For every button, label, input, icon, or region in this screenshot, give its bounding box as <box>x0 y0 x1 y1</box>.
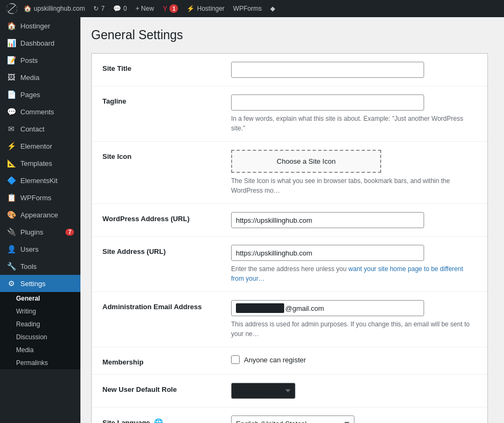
wpforms-nav-icon: 📋 <box>6 193 16 202</box>
main-content: General Settings Site Title Tagline In a… <box>80 17 504 423</box>
admin-bar: 🏠 upskillinghub.com ↻ 7 💬 0 + New Y 1 ⚡ … <box>0 0 504 17</box>
admin-bar-updates[interactable]: ↻ 7 <box>89 0 109 17</box>
site-icon: 🏠 <box>24 5 32 12</box>
submenu-media[interactable]: Media <box>0 344 80 356</box>
tagline-hint: In a few words, explain what this site i… <box>231 114 477 133</box>
media-icon: 🖼 <box>6 73 16 82</box>
sidebar-item-plugins[interactable]: 🔌 Plugins 7 <box>0 223 80 240</box>
comments-nav-icon: 💬 <box>6 107 16 116</box>
site-language-select[interactable]: English (United States) <box>231 415 354 423</box>
admin-bar-yoast[interactable]: Y 1 <box>158 0 182 17</box>
sidebar-item-elementskit[interactable]: 🔷 ElementsKit <box>0 172 80 189</box>
hostinger-nav-icon: 🏠 <box>6 21 16 30</box>
admin-email-control: @gmail.com This address is used for admi… <box>231 300 477 339</box>
site-title-input[interactable] <box>231 62 424 78</box>
sidebar-item-settings[interactable]: ⚙ Settings <box>0 275 80 292</box>
sidebar-item-contact[interactable]: ✉ Contact <box>0 120 80 137</box>
sidebar-item-hostinger[interactable]: 🏠 Hostinger <box>0 17 80 34</box>
sidebar-item-users[interactable]: 👤 Users <box>0 240 80 258</box>
contact-icon: ✉ <box>6 125 16 133</box>
page-title: General Settings <box>91 28 488 42</box>
appearance-icon: 🎨 <box>6 210 16 219</box>
site-title-label: Site Title <box>102 62 220 72</box>
submenu-general[interactable]: General <box>0 292 80 305</box>
site-icon-label: Site Icon <box>102 150 220 161</box>
admin-bar-site[interactable]: 🏠 upskillinghub.com <box>19 0 89 17</box>
sidebar-item-dashboard[interactable]: 📊 Dashboard <box>0 34 80 52</box>
admin-email-input-wrapper[interactable]: @gmail.com <box>231 300 424 316</box>
sidebar-item-posts[interactable]: 📝 Posts <box>0 52 80 69</box>
tools-icon: 🔧 <box>6 262 16 271</box>
admin-email-label: Administration Email Address <box>102 300 220 311</box>
site-address-hint: Enter the same address here unless you w… <box>231 264 477 283</box>
site-title-row: Site Title <box>92 54 487 86</box>
wp-address-control <box>231 212 477 228</box>
membership-row: Membership Anyone can register <box>92 347 487 375</box>
admin-bar-wpforms[interactable]: WPForms <box>229 0 266 17</box>
sidebar-item-elementor[interactable]: ⚡ Elementor <box>0 137 80 155</box>
sidebar-item-wpforms[interactable]: 📋 WPForms <box>0 189 80 206</box>
settings-form: Site Title Tagline In a few words, expla… <box>91 53 488 423</box>
sidebar-item-comments[interactable]: 💬 Comments <box>0 103 80 120</box>
layout: 🏠 Hostinger 📊 Dashboard 📝 Posts 🖼 Media … <box>0 17 504 423</box>
elementor-icon: ⚡ <box>6 142 16 150</box>
tagline-control: In a few words, explain what this site i… <box>231 94 477 133</box>
admin-bar-hostinger[interactable]: ⚡ Hostinger <box>182 0 228 17</box>
sidebar-item-pages[interactable]: 📄 Pages <box>0 86 80 103</box>
default-role-label: New User Default Role <box>102 383 220 393</box>
tagline-input[interactable] <box>231 94 424 111</box>
sidebar-item-appearance[interactable]: 🎨 Appearance <box>0 206 80 223</box>
pages-icon: 📄 <box>6 90 16 99</box>
site-language-label: Site Language 🌐 <box>102 415 220 423</box>
default-role-select[interactable]: Subscriber <box>231 383 295 399</box>
choose-site-icon-button[interactable]: Choose a Site Icon <box>231 150 381 173</box>
submenu-permalinks[interactable]: Permalinks <box>0 356 80 369</box>
site-language-icon: 🌐 <box>154 418 163 423</box>
site-address-control: Enter the same address here unless you w… <box>231 245 477 283</box>
default-role-control: Subscriber <box>231 383 477 399</box>
admin-bar-comments[interactable]: 💬 0 <box>109 0 131 17</box>
membership-checkbox-label[interactable]: Anyone can register <box>231 355 477 364</box>
site-address-input[interactable] <box>231 245 424 261</box>
users-icon: 👤 <box>6 245 16 253</box>
wp-address-label: WordPress Address (URL) <box>102 212 220 223</box>
admin-email-row: Administration Email Address @gmail.com … <box>92 292 487 347</box>
membership-control: Anyone can register <box>231 355 477 364</box>
site-icon-control: Choose a Site Icon The Site Icon is what… <box>231 150 477 195</box>
admin-email-hint: This address is used for admin purposes.… <box>231 319 477 339</box>
submenu-writing[interactable]: Writing <box>0 305 80 318</box>
sidebar-item-templates[interactable]: 📐 Templates <box>0 155 80 172</box>
comments-icon: 💬 <box>113 5 121 12</box>
membership-label: Membership <box>102 355 220 366</box>
admin-bar-diamond[interactable]: ◆ <box>266 0 279 17</box>
elementskit-icon: 🔷 <box>6 176 16 185</box>
tagline-label: Tagline <box>102 94 220 105</box>
default-role-row: New User Default Role Subscriber <box>92 375 487 407</box>
submenu-reading[interactable]: Reading <box>0 318 80 331</box>
site-address-row: Site Address (URL) Enter the same addres… <box>92 237 487 292</box>
updates-icon: ↻ <box>93 5 99 12</box>
settings-icon: ⚙ <box>6 279 16 288</box>
sidebar-item-tools[interactable]: 🔧 Tools <box>0 258 80 275</box>
membership-checkbox[interactable] <box>231 355 240 364</box>
sidebar-item-media[interactable]: 🖼 Media <box>0 69 80 86</box>
sidebar: 🏠 Hostinger 📊 Dashboard 📝 Posts 🖼 Media … <box>0 17 80 423</box>
settings-submenu: General Writing Reading Discussion Media… <box>0 292 80 369</box>
admin-email-redacted <box>236 303 284 313</box>
plugins-icon: 🔌 <box>6 228 16 236</box>
submenu-discussion[interactable]: Discussion <box>0 331 80 344</box>
admin-bar-new[interactable]: + New <box>131 0 158 17</box>
hostinger-icon: ⚡ <box>187 5 195 12</box>
site-icon-row: Site Icon Choose a Site Icon The Site Ic… <box>92 142 487 204</box>
site-icon-hint: The Site Icon is what you see in browser… <box>231 176 477 195</box>
templates-icon: 📐 <box>6 159 16 167</box>
dashboard-icon: 📊 <box>6 39 16 47</box>
yoast-icon: Y <box>162 4 167 13</box>
site-title-control <box>231 62 477 78</box>
wp-address-row: WordPress Address (URL) <box>92 204 487 237</box>
site-language-control: English (United States) <box>231 415 477 423</box>
wp-address-input[interactable] <box>231 212 424 228</box>
posts-icon: 📝 <box>6 56 16 64</box>
tagline-row: Tagline In a few words, explain what thi… <box>92 86 487 142</box>
wp-logo[interactable] <box>4 0 19 17</box>
